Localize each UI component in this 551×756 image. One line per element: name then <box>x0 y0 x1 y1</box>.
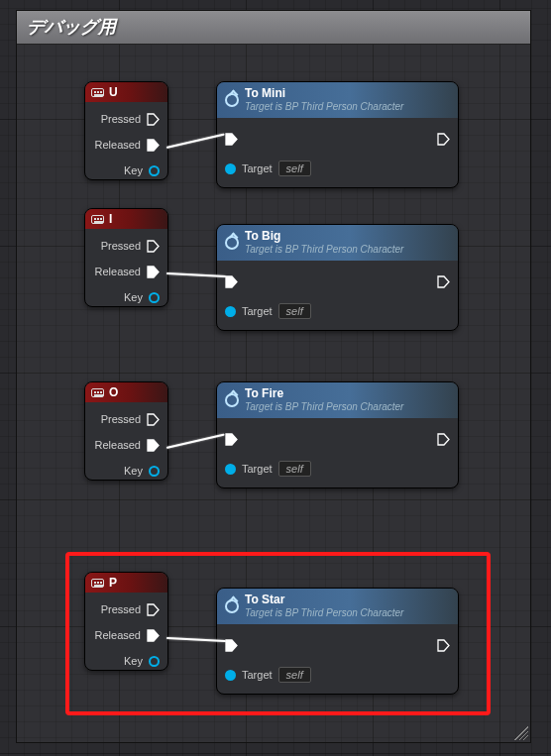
exec-in-pin[interactable] <box>225 275 238 288</box>
target-label: Target <box>242 669 273 681</box>
resize-grip-icon[interactable] <box>514 726 528 740</box>
func-title: To Star <box>245 594 403 607</box>
exec-in-pin[interactable] <box>225 639 238 652</box>
data-out-pin[interactable] <box>149 656 160 667</box>
func-node-header[interactable]: To Fire Target is BP Third Person Charac… <box>217 382 458 418</box>
keyboard-icon <box>91 579 104 588</box>
exec-out-pin[interactable] <box>147 413 160 426</box>
target-label: Target <box>242 463 273 475</box>
exec-out-pin[interactable] <box>147 139 160 152</box>
input-node-header[interactable]: U <box>85 82 167 102</box>
pin-label: Pressed <box>101 413 141 425</box>
target-row: Target self <box>225 154 450 183</box>
function-icon <box>225 236 239 250</box>
pin-row-key: Key <box>85 158 164 183</box>
input-node-header[interactable]: O <box>85 382 167 402</box>
func-node-to-big[interactable]: To Big Target is BP Third Person Charact… <box>216 224 459 331</box>
exec-in-pin[interactable] <box>225 433 238 446</box>
target-value[interactable]: self <box>278 461 311 477</box>
exec-in-pin[interactable] <box>225 133 238 146</box>
func-node-header[interactable]: To Star Target is BP Third Person Charac… <box>217 589 458 624</box>
keyboard-icon <box>91 88 104 97</box>
input-node-i[interactable]: I Pressed Released Key <box>84 208 168 307</box>
input-key-label: I <box>109 212 112 226</box>
pin-label: Released <box>95 439 141 451</box>
func-title: To Fire <box>245 387 403 401</box>
target-value[interactable]: self <box>278 667 311 683</box>
pin-label: Pressed <box>101 240 141 252</box>
comment-title[interactable]: デバッグ用 <box>17 11 530 45</box>
func-title: To Mini <box>245 87 403 101</box>
pin-label: Key <box>124 465 143 477</box>
input-node-body: Pressed Released Key <box>85 102 167 187</box>
func-node-body: Target self <box>217 118 458 187</box>
exec-out-pin[interactable] <box>147 240 160 253</box>
exec-out-pin[interactable] <box>437 133 450 146</box>
func-node-to-mini[interactable]: To Mini Target is BP Third Person Charac… <box>216 81 459 188</box>
exec-out-pin[interactable] <box>437 639 450 652</box>
target-value[interactable]: self <box>278 303 311 319</box>
target-label: Target <box>242 162 273 174</box>
exec-out-pin[interactable] <box>437 433 450 446</box>
input-node-body: Pressed Released Key <box>85 229 167 314</box>
keyboard-icon <box>91 215 104 224</box>
input-node-header[interactable]: P <box>85 573 167 593</box>
pin-label: Pressed <box>101 113 141 125</box>
pin-label: Released <box>95 266 141 277</box>
exec-out-pin[interactable] <box>147 629 160 642</box>
pin-label: Released <box>95 629 141 641</box>
exec-out-pin[interactable] <box>147 266 160 278</box>
func-subtitle: Target is BP Third Person Character <box>245 401 403 413</box>
input-node-p[interactable]: P Pressed Released Key <box>84 572 168 671</box>
func-node-header[interactable]: To Big Target is BP Third Person Charact… <box>217 225 458 261</box>
func-title: To Big <box>245 230 403 244</box>
func-node-to-fire[interactable]: To Fire Target is BP Third Person Charac… <box>216 381 459 488</box>
data-out-pin[interactable] <box>149 292 160 303</box>
target-in-pin[interactable] <box>225 464 236 475</box>
pin-row-pressed: Pressed <box>85 106 164 132</box>
target-in-pin[interactable] <box>225 306 236 317</box>
func-subtitle: Target is BP Third Person Character <box>245 244 403 256</box>
function-icon <box>225 93 239 107</box>
func-node-to-star[interactable]: To Star Target is BP Third Person Charac… <box>216 588 459 695</box>
target-label: Target <box>242 305 273 317</box>
pin-label: Pressed <box>101 603 141 615</box>
func-subtitle: Target is BP Third Person Character <box>245 607 403 619</box>
pin-label: Key <box>124 655 143 667</box>
input-key-label: O <box>109 385 118 399</box>
exec-out-pin[interactable] <box>437 275 450 288</box>
function-icon <box>225 393 239 407</box>
keyboard-icon <box>91 388 104 397</box>
input-node-u[interactable]: U Pressed Released Key <box>84 81 168 180</box>
target-in-pin[interactable] <box>225 670 236 681</box>
function-icon <box>225 599 239 613</box>
func-titles: To Mini Target is BP Third Person Charac… <box>245 87 403 112</box>
exec-out-pin[interactable] <box>147 439 160 452</box>
input-key-label: U <box>109 85 118 99</box>
pin-label: Key <box>124 164 143 176</box>
input-node-o[interactable]: O Pressed Released Key <box>84 381 168 481</box>
input-key-label: P <box>109 576 117 590</box>
exec-row <box>225 124 450 154</box>
data-out-pin[interactable] <box>149 466 160 477</box>
target-in-pin[interactable] <box>225 163 236 174</box>
func-subtitle: Target is BP Third Person Character <box>245 101 403 113</box>
pin-label: Key <box>124 291 143 303</box>
pin-row-released: Released <box>85 132 164 158</box>
target-value[interactable]: self <box>278 161 311 176</box>
exec-out-pin[interactable] <box>147 113 160 126</box>
pin-label: Released <box>95 139 141 151</box>
data-out-pin[interactable] <box>149 165 160 176</box>
func-node-header[interactable]: To Mini Target is BP Third Person Charac… <box>217 82 458 118</box>
input-node-header[interactable]: I <box>85 209 167 229</box>
exec-out-pin[interactable] <box>147 603 160 616</box>
